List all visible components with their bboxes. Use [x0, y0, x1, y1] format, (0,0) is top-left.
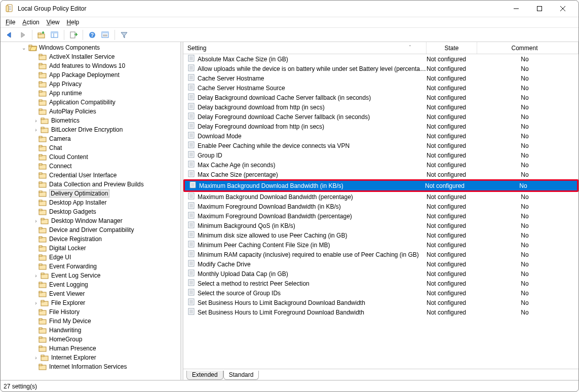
tree-item[interactable]: App Package Deployment	[1, 70, 180, 80]
tree-item[interactable]: Data Collection and Preview Builds	[1, 180, 180, 189]
minimize-button[interactable]	[505, 1, 528, 16]
list-row[interactable]: Monthly Upload Data Cap (in GB)Not confi…	[183, 269, 578, 279]
tree-item[interactable]: Digital Locker	[1, 244, 180, 253]
list-row[interactable]: Group IDNot configuredNo	[183, 150, 578, 160]
list-row[interactable]: Delay background download from http (in …	[183, 102, 578, 112]
filter-button[interactable]	[118, 29, 130, 41]
up-button[interactable]	[35, 29, 48, 41]
list-row[interactable]: Maximum Background Download Bandwidth (p…	[183, 192, 578, 202]
tree-item[interactable]: App runtime	[1, 89, 180, 98]
list-row[interactable]: Select the source of Group IDsNot config…	[183, 288, 578, 298]
tree-item[interactable]: Handwriting	[1, 326, 180, 335]
chevron-right-icon[interactable]: ›	[33, 355, 39, 361]
tree-item[interactable]: Credential User Interface	[1, 171, 180, 180]
tree-item[interactable]: Chat	[1, 143, 180, 152]
list-row[interactable]: Maximum Foreground Download Bandwidth (i…	[183, 202, 578, 211]
tree-item[interactable]: Application Compatibility	[1, 98, 180, 107]
tree-item[interactable]: Edge UI	[1, 253, 180, 262]
tree-item[interactable]: Connect	[1, 162, 180, 171]
list-row[interactable]: Maximum Foreground Download Bandwidth (p…	[183, 211, 578, 221]
tree-item[interactable]: Device and Driver Compatibility	[1, 225, 180, 234]
tree-item[interactable]: ›Desktop Window Manager	[1, 216, 180, 225]
menu-help[interactable]: Help	[67, 19, 80, 26]
chevron-right-icon[interactable]: ›	[33, 273, 39, 279]
tree-item[interactable]: Event Forwarding	[1, 262, 180, 271]
list-row[interactable]: Allow uploads while the device is on bat…	[183, 64, 578, 73]
tree-item[interactable]: Cloud Content	[1, 152, 180, 162]
tab-standard[interactable]: Standard	[223, 371, 259, 380]
tree-item[interactable]: ›BitLocker Drive Encryption	[1, 125, 180, 134]
chevron-right-icon[interactable]: ›	[33, 300, 39, 306]
list-row[interactable]: Delay Background download Cache Server f…	[183, 93, 578, 102]
list-row[interactable]: Delay Foreground download Cache Server f…	[183, 112, 578, 122]
back-button[interactable]	[4, 29, 16, 41]
list-row[interactable]: Cache Server HostnameNot configuredNo	[183, 73, 578, 83]
tree-item[interactable]: ›Event Log Service	[1, 271, 180, 280]
help-button[interactable]: ?	[86, 29, 98, 41]
forward-button[interactable]	[17, 29, 29, 41]
chevron-right-icon[interactable]: ›	[33, 218, 39, 224]
list-row[interactable]: Minimum Background QoS (in KB/s)Not conf…	[183, 221, 578, 230]
tree-item[interactable]: Event Viewer	[1, 289, 180, 298]
setting-name: Select a method to restrict Peer Selecti…	[198, 280, 427, 287]
properties-button[interactable]	[99, 29, 111, 41]
list-row[interactable]: Minimum disk size allowed to use Peer Ca…	[183, 230, 578, 240]
svg-rect-54	[39, 191, 42, 192]
policy-icon	[187, 64, 196, 73]
list-row[interactable]: Max Cache Size (percentage)Not configure…	[183, 170, 578, 179]
tree-item[interactable]: ›Internet Explorer	[1, 353, 180, 362]
tree-item[interactable]: Desktop App Installer	[1, 198, 180, 207]
tree-item[interactable]: ActiveX Installer Service	[1, 52, 180, 61]
tree-item[interactable]: Internet Information Services	[1, 362, 180, 371]
tree-pane[interactable]: ⌄ Windows Components ActiveX Installer S…	[1, 42, 181, 380]
tree-item[interactable]: Camera	[1, 134, 180, 143]
tree-item[interactable]: Desktop Gadgets	[1, 207, 180, 216]
list-row[interactable]: Delay Foreground download from http (in …	[183, 122, 578, 131]
list-row[interactable]: Enable Peer Caching while the device con…	[183, 141, 578, 150]
list-row[interactable]: Set Business Hours to Limit Foreground D…	[183, 307, 578, 317]
list-row[interactable]: Set Business Hours to Limit Background D…	[183, 298, 578, 307]
tree-item[interactable]: Find My Device	[1, 317, 180, 326]
list-row[interactable]: Download ModeNot configuredNo	[183, 131, 578, 141]
show-hide-tree-button[interactable]	[49, 29, 61, 41]
menu-view[interactable]: View	[47, 19, 60, 26]
column-state[interactable]: State	[427, 42, 477, 54]
tree-item[interactable]: ›File Explorer	[1, 298, 180, 307]
list-row[interactable]: Cache Server Hostname SourceNot configur…	[183, 83, 578, 93]
close-button[interactable]	[551, 1, 574, 16]
tree-item-label: Connect	[49, 163, 72, 170]
tree-item[interactable]: Device Registration	[1, 234, 180, 244]
list-row[interactable]: Max Cache Age (in seconds)Not configured…	[183, 160, 578, 170]
chevron-right-icon[interactable]: ›	[33, 118, 39, 124]
tree-item[interactable]: Human Presence	[1, 344, 180, 353]
tab-extended[interactable]: Extended	[186, 371, 223, 380]
menu-action[interactable]: Action	[22, 19, 39, 26]
export-list-button[interactable]	[67, 29, 80, 41]
list-row[interactable]: Modify Cache DriveNot configuredNo	[183, 259, 578, 269]
list-row[interactable]: Absolute Max Cache Size (in GB)Not confi…	[183, 54, 578, 64]
folder-icon	[39, 336, 47, 343]
list-row[interactable]: Select a method to restrict Peer Selecti…	[183, 279, 578, 288]
chevron-down-icon[interactable]: ⌄	[21, 45, 27, 51]
column-comment[interactable]: Comment	[477, 42, 578, 54]
setting-comment: No	[477, 94, 578, 101]
tree-item[interactable]: Add features to Windows 10	[1, 61, 180, 70]
list-row[interactable]: Minimum RAM capacity (inclusive) require…	[183, 250, 578, 259]
list-row[interactable]: Minimum Peer Caching Content File Size (…	[183, 240, 578, 250]
list-body[interactable]: Absolute Max Cache Size (in GB)Not confi…	[183, 54, 578, 369]
menu-file[interactable]: File	[6, 19, 15, 26]
tree-item[interactable]: App Privacy	[1, 80, 180, 89]
column-setting[interactable]: Setting ˆ	[183, 42, 427, 54]
tree-item[interactable]: File History	[1, 307, 180, 317]
tree-item[interactable]: AutoPlay Policies	[1, 107, 180, 116]
tree-item[interactable]: HomeGroup	[1, 335, 180, 344]
tree-root[interactable]: ⌄ Windows Components	[1, 43, 180, 52]
tree-item[interactable]: ›Biometrics	[1, 116, 180, 125]
svg-rect-40	[41, 127, 44, 129]
svg-rect-60	[41, 218, 44, 220]
chevron-right-icon[interactable]: ›	[33, 127, 39, 133]
tree-item[interactable]: Delivery Optimization	[1, 189, 180, 198]
list-row[interactable]: Maximum Background Download Bandwidth (i…	[185, 181, 577, 190]
tree-item[interactable]: Event Logging	[1, 280, 180, 289]
maximize-button[interactable]	[528, 1, 551, 16]
